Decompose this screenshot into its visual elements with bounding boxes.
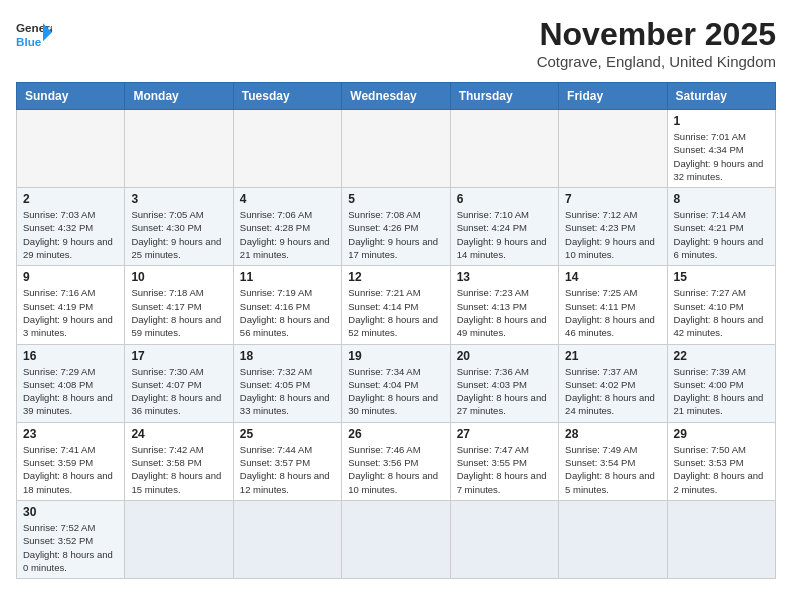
day-number: 3 <box>131 192 226 206</box>
weekday-header-tuesday: Tuesday <box>233 83 341 110</box>
calendar-cell: 17Sunrise: 7:30 AM Sunset: 4:07 PM Dayli… <box>125 344 233 422</box>
day-number: 4 <box>240 192 335 206</box>
weekday-header-monday: Monday <box>125 83 233 110</box>
day-number: 10 <box>131 270 226 284</box>
location: Cotgrave, England, United Kingdom <box>537 53 776 70</box>
day-info: Sunrise: 7:23 AM Sunset: 4:13 PM Dayligh… <box>457 286 552 339</box>
calendar-cell: 19Sunrise: 7:34 AM Sunset: 4:04 PM Dayli… <box>342 344 450 422</box>
calendar-cell <box>342 110 450 188</box>
day-info: Sunrise: 7:29 AM Sunset: 4:08 PM Dayligh… <box>23 365 118 418</box>
day-number: 27 <box>457 427 552 441</box>
calendar-cell <box>233 500 341 578</box>
day-info: Sunrise: 7:14 AM Sunset: 4:21 PM Dayligh… <box>674 208 769 261</box>
day-info: Sunrise: 7:52 AM Sunset: 3:52 PM Dayligh… <box>23 521 118 574</box>
day-number: 14 <box>565 270 660 284</box>
svg-text:Blue: Blue <box>16 35 42 48</box>
day-info: Sunrise: 7:10 AM Sunset: 4:24 PM Dayligh… <box>457 208 552 261</box>
day-number: 2 <box>23 192 118 206</box>
calendar-cell <box>450 110 558 188</box>
weekday-header-saturday: Saturday <box>667 83 775 110</box>
day-info: Sunrise: 7:37 AM Sunset: 4:02 PM Dayligh… <box>565 365 660 418</box>
day-info: Sunrise: 7:18 AM Sunset: 4:17 PM Dayligh… <box>131 286 226 339</box>
calendar-cell: 20Sunrise: 7:36 AM Sunset: 4:03 PM Dayli… <box>450 344 558 422</box>
calendar-cell: 4Sunrise: 7:06 AM Sunset: 4:28 PM Daylig… <box>233 188 341 266</box>
weekday-header-wednesday: Wednesday <box>342 83 450 110</box>
logo-icon: General Blue <box>16 16 52 52</box>
calendar-cell: 18Sunrise: 7:32 AM Sunset: 4:05 PM Dayli… <box>233 344 341 422</box>
weekday-header-friday: Friday <box>559 83 667 110</box>
day-info: Sunrise: 7:01 AM Sunset: 4:34 PM Dayligh… <box>674 130 769 183</box>
day-number: 11 <box>240 270 335 284</box>
calendar-table: SundayMondayTuesdayWednesdayThursdayFrid… <box>16 82 776 579</box>
day-info: Sunrise: 7:44 AM Sunset: 3:57 PM Dayligh… <box>240 443 335 496</box>
weekday-header-sunday: Sunday <box>17 83 125 110</box>
calendar-cell: 11Sunrise: 7:19 AM Sunset: 4:16 PM Dayli… <box>233 266 341 344</box>
calendar-cell: 1Sunrise: 7:01 AM Sunset: 4:34 PM Daylig… <box>667 110 775 188</box>
day-info: Sunrise: 7:08 AM Sunset: 4:26 PM Dayligh… <box>348 208 443 261</box>
calendar-week-4: 16Sunrise: 7:29 AM Sunset: 4:08 PM Dayli… <box>17 344 776 422</box>
calendar-cell: 26Sunrise: 7:46 AM Sunset: 3:56 PM Dayli… <box>342 422 450 500</box>
day-number: 15 <box>674 270 769 284</box>
calendar-cell <box>450 500 558 578</box>
calendar-cell: 21Sunrise: 7:37 AM Sunset: 4:02 PM Dayli… <box>559 344 667 422</box>
day-number: 24 <box>131 427 226 441</box>
day-number: 5 <box>348 192 443 206</box>
calendar-cell: 30Sunrise: 7:52 AM Sunset: 3:52 PM Dayli… <box>17 500 125 578</box>
calendar-cell <box>125 500 233 578</box>
calendar-cell: 13Sunrise: 7:23 AM Sunset: 4:13 PM Dayli… <box>450 266 558 344</box>
page-header: General Blue November 2025 Cotgrave, Eng… <box>16 16 776 70</box>
calendar-cell: 8Sunrise: 7:14 AM Sunset: 4:21 PM Daylig… <box>667 188 775 266</box>
calendar-week-6: 30Sunrise: 7:52 AM Sunset: 3:52 PM Dayli… <box>17 500 776 578</box>
calendar-cell: 27Sunrise: 7:47 AM Sunset: 3:55 PM Dayli… <box>450 422 558 500</box>
day-info: Sunrise: 7:05 AM Sunset: 4:30 PM Dayligh… <box>131 208 226 261</box>
day-number: 7 <box>565 192 660 206</box>
logo: General Blue <box>16 16 52 52</box>
day-number: 29 <box>674 427 769 441</box>
calendar-cell <box>17 110 125 188</box>
calendar-cell: 23Sunrise: 7:41 AM Sunset: 3:59 PM Dayli… <box>17 422 125 500</box>
day-number: 13 <box>457 270 552 284</box>
day-number: 16 <box>23 349 118 363</box>
month-title: November 2025 <box>537 16 776 53</box>
day-info: Sunrise: 7:25 AM Sunset: 4:11 PM Dayligh… <box>565 286 660 339</box>
day-info: Sunrise: 7:32 AM Sunset: 4:05 PM Dayligh… <box>240 365 335 418</box>
calendar-cell <box>559 500 667 578</box>
calendar-cell <box>667 500 775 578</box>
calendar-cell: 9Sunrise: 7:16 AM Sunset: 4:19 PM Daylig… <box>17 266 125 344</box>
calendar-week-1: 1Sunrise: 7:01 AM Sunset: 4:34 PM Daylig… <box>17 110 776 188</box>
calendar-week-5: 23Sunrise: 7:41 AM Sunset: 3:59 PM Dayli… <box>17 422 776 500</box>
weekday-header-thursday: Thursday <box>450 83 558 110</box>
calendar-cell: 28Sunrise: 7:49 AM Sunset: 3:54 PM Dayli… <box>559 422 667 500</box>
day-info: Sunrise: 7:16 AM Sunset: 4:19 PM Dayligh… <box>23 286 118 339</box>
day-number: 9 <box>23 270 118 284</box>
day-info: Sunrise: 7:34 AM Sunset: 4:04 PM Dayligh… <box>348 365 443 418</box>
calendar-cell: 15Sunrise: 7:27 AM Sunset: 4:10 PM Dayli… <box>667 266 775 344</box>
day-number: 20 <box>457 349 552 363</box>
calendar-cell <box>342 500 450 578</box>
day-number: 19 <box>348 349 443 363</box>
day-number: 6 <box>457 192 552 206</box>
day-number: 28 <box>565 427 660 441</box>
day-number: 8 <box>674 192 769 206</box>
day-info: Sunrise: 7:12 AM Sunset: 4:23 PM Dayligh… <box>565 208 660 261</box>
day-info: Sunrise: 7:30 AM Sunset: 4:07 PM Dayligh… <box>131 365 226 418</box>
day-number: 1 <box>674 114 769 128</box>
day-info: Sunrise: 7:41 AM Sunset: 3:59 PM Dayligh… <box>23 443 118 496</box>
calendar-cell: 25Sunrise: 7:44 AM Sunset: 3:57 PM Dayli… <box>233 422 341 500</box>
day-info: Sunrise: 7:39 AM Sunset: 4:00 PM Dayligh… <box>674 365 769 418</box>
day-info: Sunrise: 7:49 AM Sunset: 3:54 PM Dayligh… <box>565 443 660 496</box>
day-info: Sunrise: 7:46 AM Sunset: 3:56 PM Dayligh… <box>348 443 443 496</box>
day-number: 12 <box>348 270 443 284</box>
day-number: 26 <box>348 427 443 441</box>
calendar-cell <box>233 110 341 188</box>
day-number: 25 <box>240 427 335 441</box>
calendar-cell: 10Sunrise: 7:18 AM Sunset: 4:17 PM Dayli… <box>125 266 233 344</box>
day-info: Sunrise: 7:27 AM Sunset: 4:10 PM Dayligh… <box>674 286 769 339</box>
calendar-cell <box>125 110 233 188</box>
day-info: Sunrise: 7:50 AM Sunset: 3:53 PM Dayligh… <box>674 443 769 496</box>
day-info: Sunrise: 7:42 AM Sunset: 3:58 PM Dayligh… <box>131 443 226 496</box>
calendar-cell <box>559 110 667 188</box>
day-info: Sunrise: 7:47 AM Sunset: 3:55 PM Dayligh… <box>457 443 552 496</box>
day-info: Sunrise: 7:36 AM Sunset: 4:03 PM Dayligh… <box>457 365 552 418</box>
calendar-cell: 16Sunrise: 7:29 AM Sunset: 4:08 PM Dayli… <box>17 344 125 422</box>
